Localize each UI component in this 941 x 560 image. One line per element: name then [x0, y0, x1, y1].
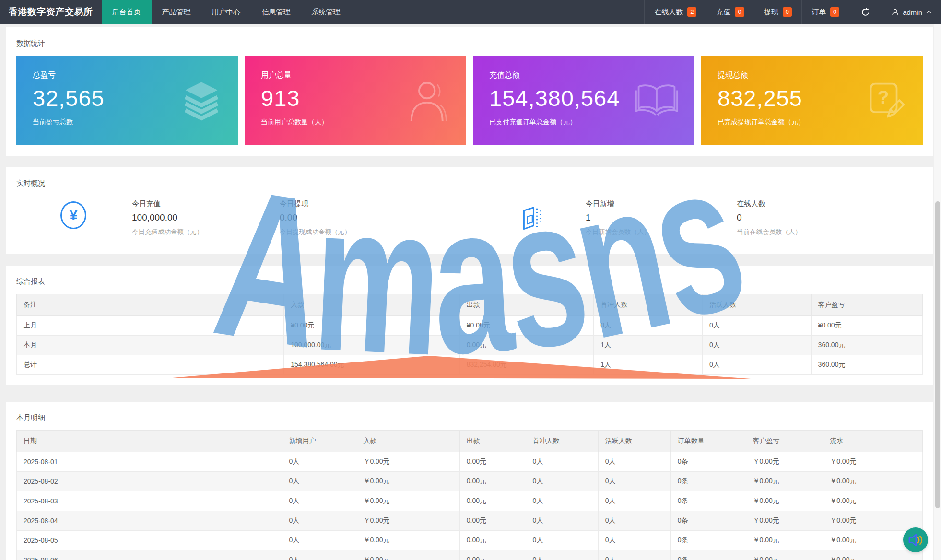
realtime-panel: 实时概况 ¥今日充值100,000.00今日充值成功金额（元）今日提现0.00今… — [6, 167, 933, 254]
cell: 0.00元 — [459, 452, 526, 472]
status-item-2[interactable]: 提现0 — [754, 0, 801, 24]
status-label: 订单 — [812, 8, 826, 17]
cell: 0人 — [526, 511, 598, 531]
cell: 2025-08-04 — [17, 511, 282, 531]
cell: 0人 — [282, 472, 356, 491]
realtime-panel-title: 实时概况 — [16, 179, 923, 188]
stat-card-2: 充值总额154,380,564已支付充值订单总金额（元） — [473, 56, 694, 145]
tab-1[interactable]: 产品管理 — [152, 0, 201, 24]
cell: ￥0.00元 — [823, 511, 923, 531]
cell: 0人 — [282, 511, 356, 531]
cell: 0人 — [526, 531, 598, 550]
scrollbar-track[interactable] — [934, 24, 941, 560]
detail-panel: 本月明细 日期新增用户入款出款首冲人数活跃人数订单数量客户盈亏流水2025-08… — [6, 402, 933, 560]
cell: 0.00元 — [459, 511, 526, 531]
cell: 0条 — [670, 531, 746, 550]
cell: 0人 — [282, 491, 356, 511]
stat-value: 1 — [586, 212, 650, 223]
cell: 1人 — [594, 336, 703, 355]
cell: 0条 — [670, 452, 746, 472]
stat-value: 100,000.00 — [132, 212, 203, 223]
cell: 0人 — [598, 550, 670, 560]
status-label: 在线人数 — [654, 8, 683, 17]
cell: ￥0.00元 — [356, 472, 459, 491]
stat-card-0: 总盈亏32,565当前盈亏总数 — [16, 56, 238, 145]
person-icon — [409, 79, 450, 123]
status-item-1[interactable]: 充值0 — [706, 0, 753, 24]
cell: ￥0.00元 — [746, 472, 823, 491]
header-cell: 活跃人数 — [598, 431, 670, 452]
stat-label: 今日新增 — [586, 199, 650, 209]
stats-panel: 数据统计 总盈亏32,565当前盈亏总数用户总量913当前用户总数量（人）充值总… — [6, 27, 933, 156]
stat-caption: 当前在线会员数（人） — [737, 228, 801, 236]
building-icon — [518, 204, 545, 231]
table-row: 本月100,000.00元0.00元1人0人360.00元 — [17, 336, 923, 355]
cell: ￥0.00元 — [356, 511, 459, 531]
tab-0[interactable]: 后台首页 — [102, 0, 152, 24]
realtime-stat-2: 今日新增1今日新增会员数（人） — [586, 199, 650, 236]
brand-title: 香港数字资产交易所 — [0, 0, 102, 24]
cell: 0人 — [594, 316, 703, 336]
chevron-up-icon — [926, 10, 931, 14]
tab-4[interactable]: 系统管理 — [301, 0, 351, 24]
cell: 0人 — [702, 336, 811, 355]
user-menu[interactable]: admin — [882, 0, 941, 24]
stat-caption: 今日新增会员数（人） — [586, 228, 650, 236]
cell: 0人 — [598, 452, 670, 472]
status-item-3[interactable]: 订单0 — [801, 0, 849, 24]
count-badge: 0 — [735, 7, 744, 17]
cell: ￥0.00元 — [823, 472, 923, 491]
cell: 832,254.80元 — [459, 355, 594, 375]
table-row: 2025-08-050人￥0.00元0.00元0人0人0条￥0.00元￥0.00… — [17, 531, 923, 550]
cell: 0条 — [670, 511, 746, 531]
summary-panel: 综合报表 备注入款出款首冲人数活跃人数客户盈亏上月¥0.00元¥0.00元0人0… — [6, 266, 933, 385]
table-row: 2025-08-030人￥0.00元0.00元0人0人0条￥0.00元￥0.00… — [17, 491, 923, 511]
cell: 总计 — [17, 355, 284, 375]
cell: 2025-08-06 — [17, 550, 282, 560]
stat-label: 今日提现 — [280, 199, 351, 209]
cell: 0条 — [670, 550, 746, 560]
cell: 0人 — [702, 355, 811, 375]
status-label: 充值 — [716, 8, 730, 17]
stat-label: 在线人数 — [737, 199, 801, 209]
table-row: 2025-08-020人￥0.00元0.00元0人0人0条￥0.00元￥0.00… — [17, 472, 923, 491]
cell: 0条 — [670, 491, 746, 511]
cell: 0人 — [598, 491, 670, 511]
header-cell: 流水 — [823, 431, 923, 452]
cell: 0人 — [282, 550, 356, 560]
table-row: 2025-08-060人￥0.00元0.00元0人0人0条￥0.00元￥0.00… — [17, 550, 923, 560]
stat-cards: 总盈亏32,565当前盈亏总数用户总量913当前用户总数量（人）充值总额154,… — [16, 56, 923, 145]
table-row: 2025-08-010人￥0.00元0.00元0人0人0条￥0.00元￥0.00… — [17, 452, 923, 472]
cell: 0人 — [526, 452, 598, 472]
refresh-button[interactable] — [849, 0, 882, 24]
cell: 2025-08-02 — [17, 472, 282, 491]
cell: 上月 — [17, 316, 284, 336]
realtime-stat-3: 在线人数0当前在线会员数（人） — [737, 199, 801, 236]
count-badge: 0 — [783, 7, 792, 17]
detail-table-wrap: 日期新增用户入款出款首冲人数活跃人数订单数量客户盈亏流水2025-08-010人… — [16, 430, 923, 560]
header-row: 日期新增用户入款出款首冲人数活跃人数订单数量客户盈亏流水 — [17, 431, 923, 452]
admin-dashboard: 香港数字资产交易所 后台首页产品管理用户中心信息管理系统管理 在线人数2充值0提… — [0, 0, 941, 560]
header-cell: 备注 — [17, 294, 284, 316]
cell: 0人 — [702, 316, 811, 336]
cell: ￥0.00元 — [746, 452, 823, 472]
tab-3[interactable]: 信息管理 — [251, 0, 301, 24]
voice-button[interactable] — [903, 527, 928, 552]
stat-caption: 今日提现成功金额（元） — [280, 228, 351, 236]
stat-caption: 今日充值成功金额（元） — [132, 228, 203, 236]
stat-card-1: 用户总量913当前用户总数量（人） — [245, 56, 466, 145]
cell: ￥0.00元 — [356, 491, 459, 511]
doc-question-icon: ? — [868, 81, 906, 120]
cell: 0人 — [598, 511, 670, 531]
user-icon — [892, 9, 899, 16]
cell: 2025-08-01 — [17, 452, 282, 472]
header-cell: 客户盈亏 — [811, 294, 922, 316]
cell: 360.00元 — [811, 355, 922, 375]
cell: 2025-08-03 — [17, 491, 282, 511]
scrollbar-thumb[interactable] — [935, 201, 940, 508]
tab-2[interactable]: 用户中心 — [201, 0, 251, 24]
cell: ¥0.00元 — [811, 316, 922, 336]
yen-circle-icon: ¥ — [60, 201, 86, 229]
status-item-0[interactable]: 在线人数2 — [644, 0, 706, 24]
cell: 0人 — [526, 550, 598, 560]
